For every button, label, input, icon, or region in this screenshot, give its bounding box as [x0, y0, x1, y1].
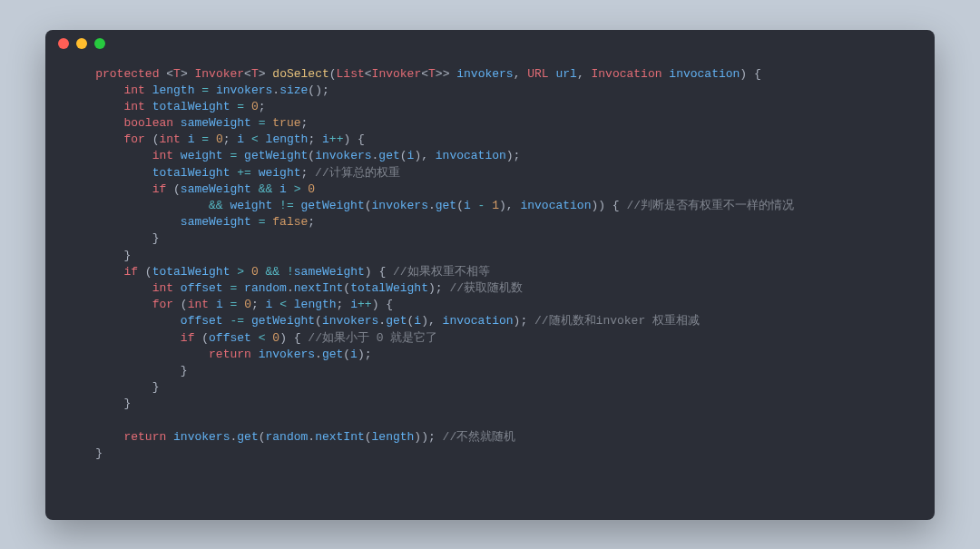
token-op: =: [230, 298, 238, 311]
token-var: i: [464, 199, 471, 212]
token-var: invokers: [173, 430, 230, 444]
code-line: [67, 412, 913, 428]
token-var: invocation: [669, 67, 740, 81]
token-paren: (: [201, 331, 209, 345]
token-paren: (: [181, 298, 188, 311]
token-comment: //如果小于 0 就是它了: [308, 331, 437, 345]
token-paren: }: [123, 249, 131, 262]
token-op: &&: [259, 182, 273, 196]
token-var: invokers: [322, 314, 378, 328]
token-var: weight: [259, 166, 301, 180]
token-paren: ) {: [279, 331, 308, 345]
window-titlebar: [45, 30, 935, 57]
token-var: offset: [209, 331, 251, 345]
token-var: i: [414, 314, 421, 328]
token-call: get: [322, 348, 343, 361]
token-op: <: [279, 298, 287, 311]
token-op: =: [230, 281, 237, 295]
token-punct: .: [287, 281, 294, 295]
token-paren: (: [259, 430, 266, 444]
token-punct: ,: [514, 67, 528, 81]
token-paren: ) {: [365, 265, 393, 279]
token-op: =: [230, 149, 237, 162]
code-block: protected <T> Invoker<T> doSelect(List<I…: [45, 57, 935, 481]
token-num: 0: [308, 182, 315, 196]
token-paren: );: [428, 281, 449, 295]
token-var: sameWeight: [181, 182, 251, 196]
token-var: invokers: [372, 199, 428, 212]
code-line: if (offset < 0) { //如果小于 0 就是它了: [67, 330, 913, 347]
code-line: for (int i = 0; i < length; i++) {: [67, 297, 913, 313]
code-line: protected <T> Invoker<T> doSelect(List<I…: [67, 66, 913, 83]
token-var: url: [555, 67, 576, 81]
token-paren: (: [365, 199, 372, 212]
token-call: size: [279, 83, 308, 97]
token-paren: }: [152, 231, 160, 245]
token-num: 0: [251, 100, 259, 113]
token-kw: int: [123, 100, 144, 113]
token-num: 0: [251, 265, 259, 279]
code-line: totalWeight += weight; //计算总的权重: [67, 165, 913, 181]
token-paren: ),: [421, 314, 442, 328]
code-line: }: [67, 248, 913, 264]
token-var: random: [244, 281, 287, 295]
token-call: getWeight: [244, 149, 308, 162]
code-line: boolean sameWeight = true;: [67, 115, 913, 132]
token-paren: (: [329, 67, 337, 81]
token-var: i: [266, 298, 273, 311]
token-punct: ;: [308, 215, 315, 229]
token-kw: int: [152, 281, 173, 295]
token-var: length: [266, 132, 309, 146]
code-line: return invokers.get(i);: [67, 347, 913, 363]
close-icon[interactable]: [58, 38, 69, 49]
token-comment: //计算总的权重: [315, 166, 400, 180]
token-paren: );: [514, 314, 534, 328]
token-paren: (: [343, 281, 350, 295]
token-kw: int: [152, 149, 173, 162]
token-op: -=: [230, 314, 244, 328]
token-var: totalWeight: [152, 100, 230, 113]
code-line: int length = invokers.size();: [67, 83, 913, 99]
token-paren: (: [145, 265, 152, 279]
token-op: =: [201, 132, 209, 146]
token-punct: ;: [251, 298, 266, 311]
code-line: int weight = getWeight(invokers.get(i), …: [67, 148, 913, 164]
token-var: totalWeight: [350, 281, 428, 295]
code-line: }: [67, 363, 913, 379]
token-call: getWeight: [301, 199, 365, 212]
token-bool: true: [272, 116, 300, 130]
token-punct: .: [272, 83, 279, 97]
token-op: -: [478, 199, 485, 212]
token-op: !=: [279, 199, 294, 212]
token-op: >: [294, 182, 301, 196]
token-paren: ();: [308, 83, 328, 97]
token-comment: //获取随机数: [449, 281, 523, 295]
token-comment: //判断是否有权重不一样的情况: [626, 199, 794, 212]
code-line: int totalWeight = 0;: [67, 99, 913, 115]
token-paren: }: [152, 380, 160, 394]
token-punct: >: [259, 67, 273, 81]
token-punct: .: [315, 348, 322, 361]
token-var: i: [237, 132, 244, 146]
token-call: getWeight: [251, 314, 315, 328]
token-var: length: [372, 430, 415, 444]
token-var: i: [279, 182, 287, 196]
token-bool: false: [272, 215, 308, 229]
token-punct: ;: [223, 132, 238, 146]
token-kw: if: [123, 265, 138, 279]
code-line: }: [67, 379, 913, 396]
token-var: length: [152, 83, 195, 97]
token-kw: if: [181, 331, 195, 345]
token-comment: //不然就随机: [443, 430, 516, 444]
token-call: get: [378, 149, 399, 162]
code-line: }: [67, 446, 913, 462]
token-kw: boolean: [123, 116, 173, 130]
token-paren: (: [308, 149, 315, 162]
token-var: sameWeight: [181, 116, 251, 130]
token-kw: for: [152, 298, 173, 311]
token-op: ++: [329, 132, 344, 146]
maximize-icon[interactable]: [94, 38, 105, 49]
code-line: }: [67, 230, 913, 247]
token-type: T: [251, 67, 259, 81]
minimize-icon[interactable]: [76, 38, 87, 49]
